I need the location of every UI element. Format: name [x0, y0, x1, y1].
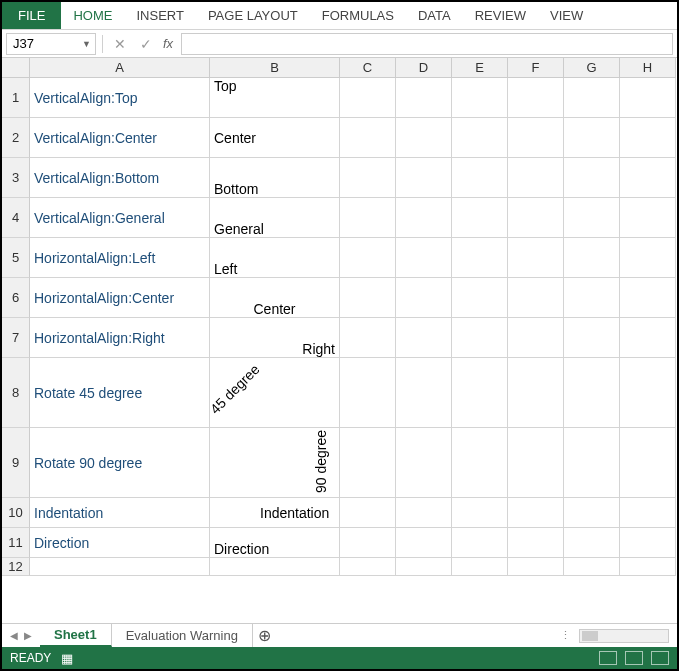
cell-F12[interactable]: [508, 558, 564, 576]
cell-F5[interactable]: [508, 238, 564, 278]
cell-E8[interactable]: [452, 358, 508, 428]
cell-D4[interactable]: [396, 198, 452, 238]
cell-C11[interactable]: [340, 528, 396, 558]
tab-view[interactable]: VIEW: [538, 2, 595, 29]
cell-F2[interactable]: [508, 118, 564, 158]
cell-H12[interactable]: [620, 558, 676, 576]
row-header-11[interactable]: 11: [2, 528, 30, 558]
cell-C12[interactable]: [340, 558, 396, 576]
cell-A3[interactable]: VerticalAlign:Bottom: [30, 158, 210, 198]
sheet-tab-evaluation-warning[interactable]: Evaluation Warning: [112, 624, 253, 647]
cell-G7[interactable]: [564, 318, 620, 358]
row-header-10[interactable]: 10: [2, 498, 30, 528]
name-box[interactable]: J37 ▼: [6, 33, 96, 55]
cell-A2[interactable]: VerticalAlign:Center: [30, 118, 210, 158]
row-header-3[interactable]: 3: [2, 158, 30, 198]
cell-A12[interactable]: [30, 558, 210, 576]
row-header-1[interactable]: 1: [2, 78, 30, 118]
cell-D12[interactable]: [396, 558, 452, 576]
cell-H4[interactable]: [620, 198, 676, 238]
cell-E1[interactable]: [452, 78, 508, 118]
cell-G12[interactable]: [564, 558, 620, 576]
cell-A4[interactable]: VerticalAlign:General: [30, 198, 210, 238]
sheet-tab-sheet1[interactable]: Sheet1: [40, 624, 112, 647]
cell-F11[interactable]: [508, 528, 564, 558]
row-header-2[interactable]: 2: [2, 118, 30, 158]
cell-D5[interactable]: [396, 238, 452, 278]
cell-D11[interactable]: [396, 528, 452, 558]
cell-B11[interactable]: Direction: [210, 528, 340, 558]
add-sheet-button[interactable]: ⊕: [253, 626, 277, 645]
tab-data[interactable]: DATA: [406, 2, 463, 29]
cell-C1[interactable]: [340, 78, 396, 118]
row-header-8[interactable]: 8: [2, 358, 30, 428]
cell-A10[interactable]: Indentation: [30, 498, 210, 528]
cell-F4[interactable]: [508, 198, 564, 238]
tab-insert[interactable]: INSERT: [124, 2, 195, 29]
cell-G5[interactable]: [564, 238, 620, 278]
row-header-6[interactable]: 6: [2, 278, 30, 318]
cell-B9[interactable]: 90 degree: [210, 428, 340, 498]
cell-G1[interactable]: [564, 78, 620, 118]
macro-record-icon[interactable]: ▦: [61, 651, 73, 666]
cell-H9[interactable]: [620, 428, 676, 498]
cell-H8[interactable]: [620, 358, 676, 428]
cell-H2[interactable]: [620, 118, 676, 158]
cell-D3[interactable]: [396, 158, 452, 198]
col-header-E[interactable]: E: [452, 58, 508, 78]
nav-next-icon[interactable]: ▶: [24, 630, 32, 641]
chevron-down-icon[interactable]: ▼: [82, 39, 91, 49]
cell-A11[interactable]: Direction: [30, 528, 210, 558]
cell-E10[interactable]: [452, 498, 508, 528]
row-header-9[interactable]: 9: [2, 428, 30, 498]
cell-H10[interactable]: [620, 498, 676, 528]
cell-C2[interactable]: [340, 118, 396, 158]
cell-G3[interactable]: [564, 158, 620, 198]
cell-H6[interactable]: [620, 278, 676, 318]
cell-G9[interactable]: [564, 428, 620, 498]
sheet-nav[interactable]: ◀▶: [2, 630, 40, 641]
cell-G10[interactable]: [564, 498, 620, 528]
cell-B4[interactable]: General: [210, 198, 340, 238]
cell-C3[interactable]: [340, 158, 396, 198]
tab-formulas[interactable]: FORMULAS: [310, 2, 406, 29]
row-header-5[interactable]: 5: [2, 238, 30, 278]
cell-D2[interactable]: [396, 118, 452, 158]
cell-B8[interactable]: 45 degree: [210, 358, 340, 428]
cancel-icon[interactable]: ✕: [109, 33, 131, 55]
cell-E3[interactable]: [452, 158, 508, 198]
col-header-D[interactable]: D: [396, 58, 452, 78]
cell-D1[interactable]: [396, 78, 452, 118]
col-header-A[interactable]: A: [30, 58, 210, 78]
col-header-F[interactable]: F: [508, 58, 564, 78]
col-header-C[interactable]: C: [340, 58, 396, 78]
cell-F7[interactable]: [508, 318, 564, 358]
cell-A6[interactable]: HorizontalAlign:Center: [30, 278, 210, 318]
cell-A7[interactable]: HorizontalAlign:Right: [30, 318, 210, 358]
cell-A8[interactable]: Rotate 45 degree: [30, 358, 210, 428]
cell-G4[interactable]: [564, 198, 620, 238]
cell-E6[interactable]: [452, 278, 508, 318]
view-normal-button[interactable]: [599, 651, 617, 665]
cell-E12[interactable]: [452, 558, 508, 576]
tab-page-layout[interactable]: PAGE LAYOUT: [196, 2, 310, 29]
nav-prev-icon[interactable]: ◀: [10, 630, 18, 641]
cell-C9[interactable]: [340, 428, 396, 498]
col-header-G[interactable]: G: [564, 58, 620, 78]
cell-F6[interactable]: [508, 278, 564, 318]
select-all-corner[interactable]: [2, 58, 30, 78]
cell-G8[interactable]: [564, 358, 620, 428]
cell-B10[interactable]: Indentation: [210, 498, 340, 528]
cell-B2[interactable]: Center: [210, 118, 340, 158]
cell-H3[interactable]: [620, 158, 676, 198]
cell-A9[interactable]: Rotate 90 degree: [30, 428, 210, 498]
fx-label[interactable]: fx: [163, 36, 173, 51]
tab-file[interactable]: FILE: [2, 2, 61, 29]
tab-review[interactable]: REVIEW: [463, 2, 538, 29]
view-page-break-button[interactable]: [651, 651, 669, 665]
cell-B3[interactable]: Bottom: [210, 158, 340, 198]
cell-C8[interactable]: [340, 358, 396, 428]
cell-H11[interactable]: [620, 528, 676, 558]
cell-F3[interactable]: [508, 158, 564, 198]
formula-input[interactable]: [181, 33, 673, 55]
